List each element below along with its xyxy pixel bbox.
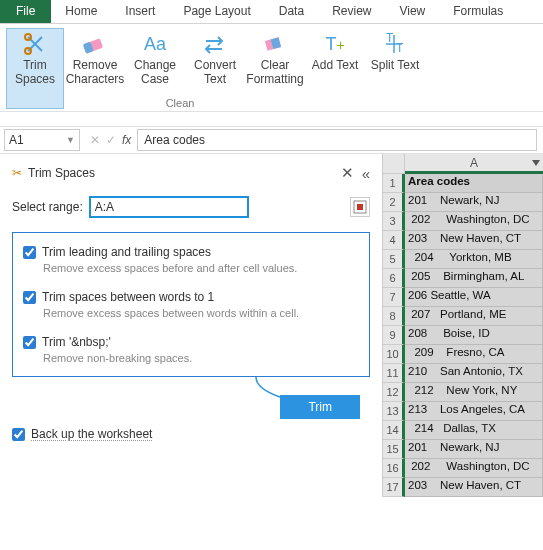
cell[interactable]: 207 Portland, ME [405, 307, 543, 326]
column-header-a[interactable]: A [405, 154, 543, 174]
table-row: 14 214 Dallas, TX [383, 421, 543, 440]
cell[interactable]: 204 Yorkton, MB [405, 250, 543, 269]
row-header[interactable]: 14 [383, 421, 405, 440]
cell[interactable]: 210 San Antonio, TX [405, 364, 543, 383]
row-header[interactable]: 3 [383, 212, 405, 231]
table-row: 2201 Newark, NJ [383, 193, 543, 212]
opt-leading-trailing-desc: Remove excess spaces before and after ce… [43, 262, 359, 274]
row-header[interactable]: 13 [383, 402, 405, 421]
cell[interactable]: 201 Newark, NJ [405, 193, 543, 212]
close-icon[interactable]: ✕ [341, 164, 354, 182]
select-range-label: Select range: [12, 200, 83, 214]
formula-bar[interactable]: Area codes [137, 129, 537, 151]
opt-leading-trailing-label: Trim leading and trailing spaces [42, 245, 211, 259]
cell[interactable]: 201 Newark, NJ [405, 440, 543, 459]
spreadsheet: A 1Area codes2201 Newark, NJ3 202 Washin… [382, 154, 543, 497]
convert-icon [200, 31, 230, 57]
cell[interactable]: 214 Dallas, TX [405, 421, 543, 440]
range-input[interactable]: A:A [89, 196, 249, 218]
formula-bar-row: A1▼ ✕ ✓ fx Area codes [0, 126, 543, 154]
range-picker-button[interactable] [350, 197, 370, 217]
cell[interactable]: 203 New Haven, CT [405, 231, 543, 250]
table-row: 7206 Seattle, WA [383, 288, 543, 307]
tab-insert[interactable]: Insert [111, 0, 169, 23]
tab-formulas[interactable]: Formulas [439, 0, 517, 23]
select-all-corner[interactable] [383, 154, 405, 174]
opt-nbsp-desc: Remove non-breaking spaces. [43, 352, 359, 364]
ribbon-tabs: File Home Insert Page Layout Data Review… [0, 0, 543, 24]
row-header[interactable]: 10 [383, 345, 405, 364]
cell[interactable]: 205 Birmingham, AL [405, 269, 543, 288]
cell[interactable]: 206 Seattle, WA [405, 288, 543, 307]
table-row: 13213 Los Angeles, CA [383, 402, 543, 421]
trim-spaces-pane: ✂Trim Spaces ✕« Select range: A:A Trim l… [0, 154, 382, 497]
tab-page-layout[interactable]: Page Layout [169, 0, 264, 23]
enter-icon[interactable]: ✓ [106, 133, 116, 147]
cell[interactable]: 202 Washington, DC [405, 212, 543, 231]
cell[interactable]: 208 Boise, ID [405, 326, 543, 345]
row-header[interactable]: 7 [383, 288, 405, 307]
table-row: 10 209 Fresno, CA [383, 345, 543, 364]
table-row: 12 212 New York, NY [383, 383, 543, 402]
chevron-down-icon: ▼ [66, 135, 75, 145]
table-row: 8 207 Portland, ME [383, 307, 543, 326]
tab-file[interactable]: File [0, 0, 51, 23]
filter-icon [532, 160, 540, 168]
table-row: 4203 New Haven, CT [383, 231, 543, 250]
split-icon: TT [380, 31, 410, 57]
cell[interactable]: 202 Washington, DC [405, 459, 543, 478]
row-header[interactable]: 11 [383, 364, 405, 383]
opt-nbsp-label: Trim '&nbsp;' [42, 335, 111, 349]
tab-review[interactable]: Review [318, 0, 385, 23]
backup-checkbox[interactable] [12, 428, 25, 441]
cell[interactable]: Area codes [405, 174, 543, 193]
opt-nbsp-checkbox[interactable] [23, 336, 36, 349]
scissors-icon: ✂ [12, 166, 22, 180]
row-header[interactable]: 9 [383, 326, 405, 345]
row-header[interactable]: 1 [383, 174, 405, 193]
add-text-icon: T+ [320, 31, 350, 57]
backup-label: Back up the worksheet [31, 427, 152, 441]
case-icon: Aa [140, 31, 170, 57]
name-box[interactable]: A1▼ [4, 129, 80, 151]
split-text-button[interactable]: TTSplit Text [366, 28, 424, 109]
row-header[interactable]: 15 [383, 440, 405, 459]
row-header[interactable]: 17 [383, 478, 405, 497]
svg-text:T: T [386, 33, 394, 45]
opt-between-words-desc: Remove excess spaces between words withi… [43, 307, 359, 319]
cancel-icon[interactable]: ✕ [90, 133, 100, 147]
cell[interactable]: 212 New York, NY [405, 383, 543, 402]
row-header[interactable]: 8 [383, 307, 405, 326]
fx-icon[interactable]: fx [122, 133, 131, 147]
tab-data[interactable]: Data [265, 0, 318, 23]
cell[interactable]: 213 Los Angeles, CA [405, 402, 543, 421]
scissors-icon [20, 31, 50, 57]
trim-button[interactable]: Trim [280, 395, 360, 419]
row-header[interactable]: 5 [383, 250, 405, 269]
tab-home[interactable]: Home [51, 0, 111, 23]
tab-view[interactable]: View [385, 0, 439, 23]
row-header[interactable]: 4 [383, 231, 405, 250]
table-row: 9208 Boise, ID [383, 326, 543, 345]
pane-title: Trim Spaces [28, 166, 95, 180]
cell[interactable]: 209 Fresno, CA [405, 345, 543, 364]
cell[interactable]: 203 New Haven, CT [405, 478, 543, 497]
row-header[interactable]: 12 [383, 383, 405, 402]
table-row: 15201 Newark, NJ [383, 440, 543, 459]
opt-between-words-checkbox[interactable] [23, 291, 36, 304]
table-row: 11210 San Antonio, TX [383, 364, 543, 383]
svg-text:T: T [396, 41, 404, 55]
eraser-icon [80, 31, 110, 57]
row-header[interactable]: 2 [383, 193, 405, 212]
table-row: 16 202 Washington, DC [383, 459, 543, 478]
table-row: 3 202 Washington, DC [383, 212, 543, 231]
opt-leading-trailing-checkbox[interactable] [23, 246, 36, 259]
table-row: 5 204 Yorkton, MB [383, 250, 543, 269]
opt-between-words-label: Trim spaces between words to 1 [42, 290, 214, 304]
row-header[interactable]: 6 [383, 269, 405, 288]
collapse-icon[interactable]: « [362, 165, 370, 182]
row-header[interactable]: 16 [383, 459, 405, 478]
table-row: 17203 New Haven, CT [383, 478, 543, 497]
svg-rect-9 [357, 204, 363, 210]
table-row: 1Area codes [383, 174, 543, 193]
